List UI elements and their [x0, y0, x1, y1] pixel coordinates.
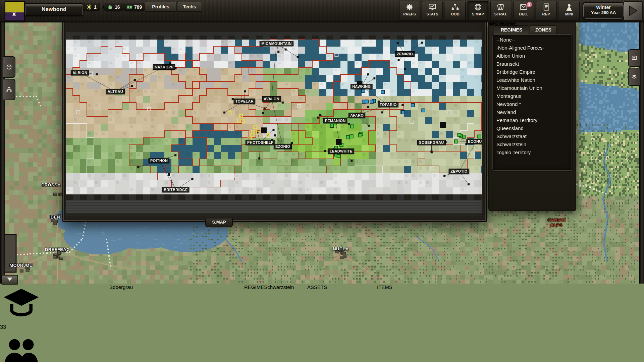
cards-icon [497, 3, 505, 11]
top-button-dec[interactable]: DEC.2 [513, 1, 534, 21]
globe-icon [474, 3, 482, 11]
regime-list-item[interactable]: Braunsekt [492, 60, 572, 68]
top-button-prefs[interactable]: PREFS [399, 1, 420, 21]
regime-list-item[interactable]: Newland [492, 108, 572, 116]
regime-list-item[interactable]: Schwarzstaat [492, 132, 572, 140]
regime-list-item[interactable]: Schwarzstein [492, 140, 572, 148]
strategic-map[interactable] [66, 32, 482, 216]
notification-badge: 2 [526, 2, 532, 8]
tab-regimes[interactable]: REGIMES [494, 25, 529, 34]
regime-list-item[interactable]: Queensland [492, 124, 572, 132]
season-label: Winter [583, 5, 624, 10]
right-toolbar-button-window[interactable] [628, 49, 640, 67]
regime-list-item[interactable]: Micamountain Union [492, 84, 572, 92]
top-button-oob[interactable]: OOB [445, 1, 466, 21]
regime-list-item[interactable]: Togalo Territory [492, 148, 572, 157]
regimes-panel: REGIMES ZONES --None---Non-Aligned Force… [488, 20, 576, 211]
collapse-panel-button[interactable] [1, 275, 18, 285]
trophy-icon: ♜ [11, 10, 17, 18]
resource-value: 789 [134, 4, 142, 10]
world-label: CROSSA [41, 182, 61, 187]
cash-icon [126, 4, 132, 10]
world-label: MOURJOU [9, 263, 33, 268]
year-label: Year 280 AA [583, 10, 624, 15]
resource-value: 1 [94, 4, 97, 10]
world-label: DREFFEAC [45, 247, 70, 252]
resource-value: 16 [115, 4, 120, 10]
regime-list-item[interactable]: Pemanan Territory [492, 116, 572, 124]
right-toolbar-button-layers[interactable] [628, 68, 640, 86]
crate-icon [6, 64, 12, 70]
regime-list: --None---Non-Aligned Forces-Albion Union… [492, 34, 573, 172]
regime-list-item[interactable]: Leadwhite Nation [492, 76, 572, 84]
org-chart-icon [6, 86, 12, 93]
tab-zones[interactable]: ZONES [530, 25, 557, 34]
world-label: NUCLA [333, 246, 349, 251]
world-label: IDEN [49, 215, 60, 220]
left-toolbar-button-items[interactable] [3, 56, 15, 78]
regime-list-item[interactable]: -Non-Aligned Forces- [492, 44, 572, 52]
chart-icon [428, 3, 436, 11]
fist-icon [107, 4, 113, 10]
layers-icon [631, 74, 637, 80]
smap-footer-tab[interactable]: S.MAP [205, 219, 233, 227]
date-plaque: Winter Year 280 AA [583, 2, 624, 19]
game-screen: CROSSAIDENDREFFEACMOURJOUNUCLACANIAN ALP… [0, 0, 644, 362]
resource-fate-points[interactable]: 16 [103, 3, 124, 11]
regime-title-plaque: Newbond [25, 3, 83, 16]
regime-list-item[interactable]: Newbond * [492, 100, 572, 108]
top-bar: ♜ Newbond 1 16 789 Profiles Techs PREFSS… [0, 0, 644, 22]
tab-profiles[interactable]: Profiles [145, 2, 176, 12]
sun-icon [86, 4, 92, 10]
world-label: CANIAN ALPS [548, 218, 566, 228]
regime-list-item[interactable]: Britbridge Empire [492, 68, 572, 76]
resource-credits[interactable]: 789 [123, 3, 146, 11]
top-button-stats[interactable]: STATS [422, 1, 443, 21]
top-button-strat[interactable]: STRAT. [490, 1, 511, 21]
resource-political-points[interactable]: 1 [83, 3, 100, 11]
tab-techs[interactable]: Techs [177, 2, 202, 12]
grad-cap-icon [0, 318, 43, 324]
regime-list-item[interactable]: --None-- [492, 36, 572, 44]
right-frame [639, 21, 644, 284]
screen-icon [631, 55, 637, 61]
map-pin-icon [565, 3, 573, 11]
regime-list-item[interactable]: Montagnus [492, 92, 572, 100]
regime-flag-icon[interactable]: ♜ [5, 1, 25, 21]
top-button-rep[interactable]: REP. [536, 1, 557, 21]
gear-icon [406, 3, 414, 11]
left-toolbar-button-oob[interactable] [3, 79, 15, 100]
report-icon [542, 3, 550, 11]
regime-list-item[interactable]: Albion Union [492, 52, 572, 60]
top-button-smap[interactable]: S.MAP [468, 1, 488, 21]
org-chart-icon [451, 3, 459, 11]
top-button-mini[interactable]: MINI [559, 1, 580, 21]
end-turn-button[interactable] [624, 1, 643, 21]
